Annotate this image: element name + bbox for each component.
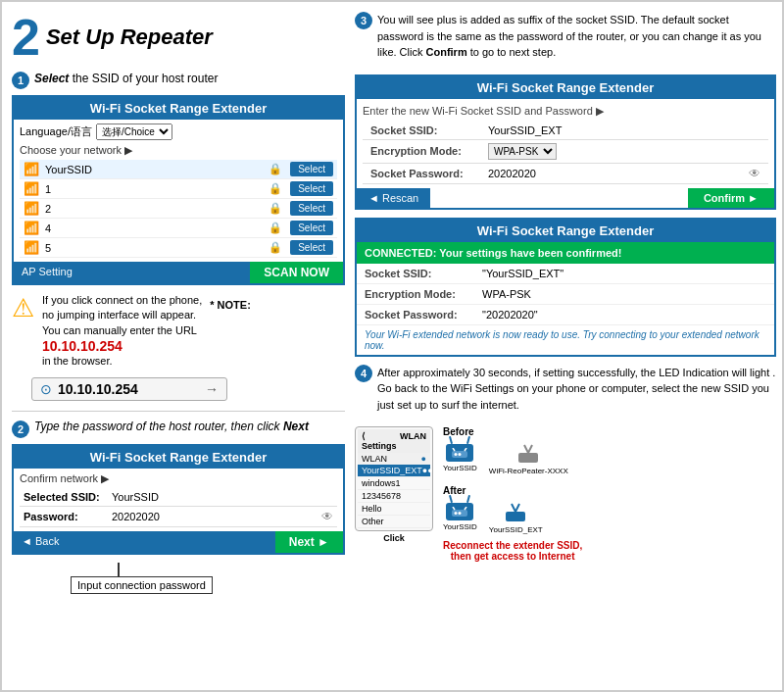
wifi-panel-2-body: Confirm network ▶ Selected SSID: YourSSI… — [14, 469, 343, 531]
connected-header: Wi-Fi Socket Range Extender — [357, 220, 774, 242]
sub-step-text-1: Select the SSID of your host router — [34, 71, 218, 87]
connected-pw-label: Socket Password: — [365, 309, 482, 321]
right-column: 3 You will see plus is added as suffix o… — [355, 12, 776, 684]
wifi-icon: 📶 — [24, 162, 39, 176]
sub-step-3-row: 3 You will see plus is added as suffix o… — [355, 12, 776, 69]
socket-password-value: 20202020 — [488, 168, 749, 179]
lock-icon-2: 🔒 — [269, 202, 282, 215]
wifi-panel-3-header: Wi-Fi Socket Range Extender — [357, 76, 774, 99]
step-number: 2 — [12, 12, 40, 63]
sub-step-text-2: Type the password of the host router, th… — [34, 420, 309, 433]
svg-rect-13 — [506, 512, 525, 521]
eye-icon[interactable]: 👁 — [321, 510, 333, 523]
note-line-3: You can manually enter the URL — [42, 323, 202, 338]
svg-line-4 — [465, 448, 466, 451]
socket-password-row: Socket Password: 20202020 👁 — [363, 164, 768, 184]
phone-network-windows1-name: windows1 — [362, 478, 401, 488]
after-row: YourSSID YourSSID_EXT — [443, 500, 582, 534]
wifi-panel-3-body: Enter the new Wi-Fi Socket SSID and Pass… — [357, 99, 774, 188]
socket-ssid-label: Socket SSID: — [370, 124, 488, 136]
connected-pw-row: Socket Password: "20202020" — [357, 305, 774, 325]
router-shape-before — [446, 444, 473, 462]
wifi-panel-3-footer: ◄ Rescan Confirm ► — [357, 188, 774, 208]
eye-icon-3[interactable]: 👁 — [749, 167, 760, 180]
svg-line-11 — [453, 507, 455, 510]
socket-ssid-row: Socket SSID: YourSSID_EXT — [363, 122, 768, 140]
network-row-4: 📶 4 🔒 Select — [20, 219, 337, 238]
note-label: * NOTE: — [210, 299, 251, 311]
sub-step-num-1: 1 — [12, 72, 29, 89]
network-name-2: 2 — [45, 203, 265, 215]
encryption-row: Encryption Mode: WPA-PSK — [363, 140, 768, 164]
lock-icon-4: 🔒 — [269, 222, 282, 234]
before-router-label: YourSSID — [443, 464, 477, 472]
network-name-yourssid: YourSSID — [45, 164, 265, 175]
before-after-diagram: Before YourSSID — [443, 426, 582, 562]
confirm-network-label: Confirm network ▶ — [20, 472, 337, 485]
wifi-panel-2-footer: ◄ Back Next ► — [14, 531, 343, 553]
annotation-wrapper: Wi-Fi Socket Range Extender Confirm netw… — [12, 444, 345, 598]
socket-ssid-value: YourSSID_EXT — [488, 124, 760, 136]
lock-icon-1: 🔒 — [269, 182, 282, 195]
connected-panel: Wi-Fi Socket Range Extender CONNECTED: Y… — [355, 218, 776, 357]
sub-step-num-2: 2 — [12, 420, 29, 438]
wifi-panel-1: Wi-Fi Socket Range Extender Language/语言 … — [12, 95, 345, 285]
svg-point-9 — [455, 512, 458, 515]
phone-network-yourssid-ext[interactable]: YourSSID_EXT ●●● — [358, 465, 430, 477]
sub-step-2: 2 Type the password of the host router, … — [12, 420, 345, 438]
network-diagram-area: ⟨ Settings WLAN WLAN ● YourSSID_EXT ●●● … — [355, 426, 776, 562]
network-name-4: 4 — [45, 222, 265, 234]
rescan-button[interactable]: ◄ Rescan — [357, 188, 430, 208]
phone-network-other[interactable]: Other — [358, 516, 430, 528]
password-value: 20202020 — [112, 511, 321, 522]
wifi-panel-1-footer: AP Setting SCAN NOW — [14, 262, 343, 283]
select-button-5[interactable]: Select — [290, 240, 333, 255]
language-select[interactable]: 选择/Choice — [96, 124, 172, 140]
phone-network-hello[interactable]: Hello — [358, 503, 430, 516]
lock-icon: 🔒 — [269, 163, 282, 175]
page: 2 Set Up Repeater 1 Select the SSID of y… — [2, 2, 784, 692]
confirm-button[interactable]: Confirm ► — [688, 188, 774, 208]
back-button[interactable]: ◄ Back — [14, 531, 275, 553]
encryption-select[interactable]: WPA-PSK — [488, 143, 557, 160]
next-button[interactable]: Next ► — [275, 531, 343, 553]
step-title: Set Up Repeater — [46, 25, 213, 50]
ssid-value: YourSSID — [112, 491, 159, 503]
phone-network-12345678[interactable]: 12345678 — [358, 490, 430, 503]
svg-line-6 — [524, 445, 528, 453]
select-button-1[interactable]: Select — [290, 181, 333, 196]
url-bar-arrow: → — [205, 381, 219, 397]
settings-label: ⟨ Settings — [362, 431, 400, 451]
wifi-icon-1: 📶 — [24, 181, 39, 196]
select-button-2[interactable]: Select — [290, 201, 333, 216]
svg-line-12 — [465, 507, 466, 510]
connected-footer: Your Wi-Fi extended network is now ready… — [357, 325, 774, 355]
language-label: Language/语言 — [20, 124, 92, 139]
note-box: ⚠ If you click connect on the phone, no … — [12, 293, 345, 370]
url-bar: ⊙ 10.10.10.254 → — [31, 377, 227, 401]
wifi-icon-4: 📶 — [24, 221, 39, 235]
lock-icon-5: 🔒 — [269, 241, 282, 254]
scan-now-button[interactable]: SCAN NOW — [250, 262, 343, 283]
select-button-yourssid[interactable]: Select — [290, 162, 333, 176]
note-url: 10.10.10.254 — [42, 338, 202, 354]
before-repeater-label: WiFi-ReoPeater-XXXX — [489, 467, 568, 475]
reconnect-text-2: then get access to Internet — [443, 551, 582, 562]
phone-network-other-name: Other — [362, 517, 384, 526]
wlan-label: WLAN — [400, 431, 426, 451]
network-row-1: 📶 1 🔒 Select — [20, 179, 337, 199]
select-button-4[interactable]: Select — [290, 221, 333, 235]
ap-setting-button[interactable]: AP Setting — [14, 262, 250, 283]
before-repeater: WiFi-ReoPeater-XXXX — [489, 441, 568, 475]
connected-enc-value: WPA-PSK — [482, 288, 531, 300]
svg-line-3 — [453, 448, 455, 451]
wifi-icon-2: 📶 — [24, 201, 39, 216]
wlan-toggle[interactable]: ● — [421, 454, 426, 464]
connected-ssid-label: Socket SSID: — [365, 268, 482, 279]
sub-step-4-row: 4 After approximately 30 seconds, if set… — [355, 365, 776, 421]
wifi-panel-2-header: Wi-Fi Socket Range Extender — [14, 446, 343, 469]
wifi-panel-1-header: Wi-Fi Socket Range Extender — [14, 97, 343, 120]
phone-network-12345678-name: 12345678 — [362, 491, 401, 501]
after-repeater: YourSSID_EXT — [489, 500, 543, 534]
phone-network-windows1[interactable]: windows1 — [358, 477, 430, 490]
